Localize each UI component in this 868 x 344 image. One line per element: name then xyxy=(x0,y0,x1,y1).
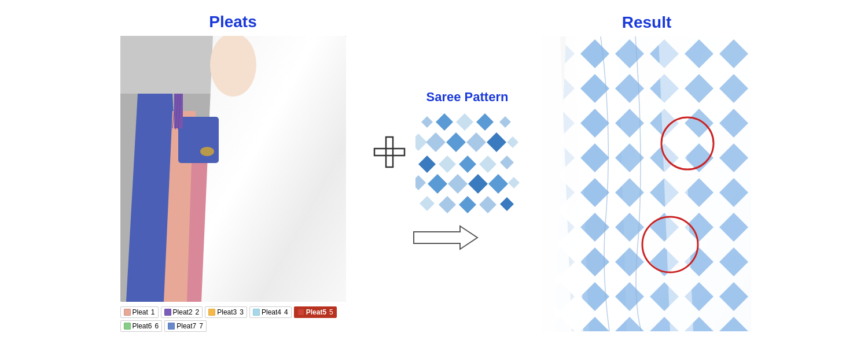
legend-number-7: 7 xyxy=(199,322,203,330)
svg-rect-15 xyxy=(386,137,393,167)
svg-marker-53 xyxy=(575,36,627,331)
pleats-svg xyxy=(120,36,346,302)
result-svg xyxy=(543,36,751,331)
left-section: Pleats xyxy=(112,13,355,332)
legend-label-7: Pleat7 xyxy=(176,322,196,330)
saree-pattern-svg xyxy=(415,110,520,214)
legend-number-2: 2 xyxy=(196,308,200,316)
legend-number-6: 6 xyxy=(155,322,159,330)
legend-label-2: Pleat2 xyxy=(173,308,193,316)
center-group: Saree Pattern xyxy=(372,90,520,255)
main-layout: Pleats xyxy=(12,6,856,338)
legend-number-5: 5 xyxy=(329,308,333,316)
legend-label-1: Pleat xyxy=(133,308,148,316)
plus-and-pattern: Saree Pattern xyxy=(372,90,520,214)
legend-color-7 xyxy=(168,323,175,330)
legend-number-3: 3 xyxy=(240,308,244,316)
pleats-title: Pleats xyxy=(209,13,257,31)
legend-label-6: Pleat6 xyxy=(133,322,152,330)
legend-pleat4: Pleat4 4 xyxy=(249,306,292,318)
legend-color-2 xyxy=(164,309,171,316)
legend-label-3: Pleat3 xyxy=(217,308,237,316)
result-image xyxy=(543,36,751,331)
legend-color-6 xyxy=(124,323,131,330)
legend-color-4 xyxy=(253,309,260,316)
legend-color-5 xyxy=(297,309,304,316)
result-title: Result xyxy=(622,13,672,32)
legend-pleat3: Pleat3 3 xyxy=(205,306,247,318)
legend-pleat1: Pleat 1 xyxy=(120,306,159,318)
legend-pleat2: Pleat2 2 xyxy=(161,306,203,318)
legend-pleat5: Pleat5 5 xyxy=(294,306,337,318)
legend-label-4: Pleat4 xyxy=(262,308,281,316)
legend-color-3 xyxy=(208,309,215,316)
legend-pleat7: Pleat7 7 xyxy=(164,320,207,332)
svg-marker-45 xyxy=(414,226,477,249)
svg-point-8 xyxy=(210,36,256,97)
legend-number-4: 4 xyxy=(284,308,288,316)
right-section: Result xyxy=(537,13,757,331)
svg-rect-9 xyxy=(178,117,219,163)
legend-pleat6: Pleat6 6 xyxy=(120,320,163,332)
pleats-image xyxy=(120,36,346,302)
plus-icon xyxy=(372,135,407,169)
svg-rect-16 xyxy=(374,149,404,156)
arrow-icon xyxy=(411,220,480,255)
legend-label-5: Pleat5 xyxy=(306,308,326,316)
legend-color-1 xyxy=(124,309,131,316)
legend-number-1: 1 xyxy=(151,308,155,316)
saree-pattern-title: Saree Pattern xyxy=(426,90,509,105)
legend: Pleat 1 Pleat2 2 Pleat3 3 Pleat4 4 Pleat… xyxy=(120,306,346,332)
pattern-section: Saree Pattern xyxy=(415,90,520,214)
svg-point-10 xyxy=(200,147,214,156)
